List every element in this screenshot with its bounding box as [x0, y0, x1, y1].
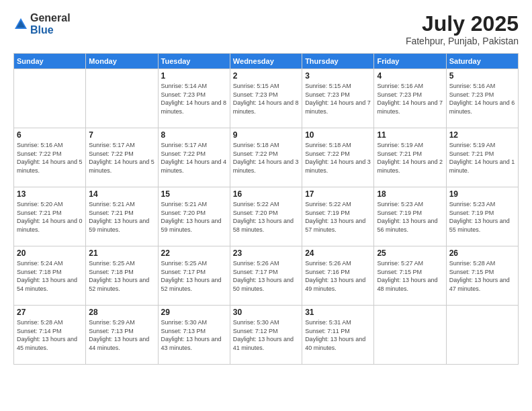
logo-icon — [13, 17, 28, 32]
day-number: 30 — [233, 308, 299, 317]
day-number: 19 — [449, 189, 515, 199]
day-info: Sunrise: 5:28 AM Sunset: 7:15 PM Dayligh… — [449, 259, 515, 293]
table-row: 6Sunrise: 5:16 AM Sunset: 7:22 PM Daylig… — [14, 128, 86, 187]
col-tuesday: Tuesday — [158, 54, 230, 69]
table-row: 13Sunrise: 5:20 AM Sunset: 7:21 PM Dayli… — [14, 187, 86, 246]
table-row: 4Sunrise: 5:16 AM Sunset: 7:23 PM Daylig… — [374, 69, 446, 128]
col-sunday: Sunday — [14, 54, 86, 69]
table-row: 21Sunrise: 5:25 AM Sunset: 7:18 PM Dayli… — [86, 246, 158, 306]
day-info: Sunrise: 5:25 AM Sunset: 7:18 PM Dayligh… — [89, 259, 154, 293]
day-info: Sunrise: 5:23 AM Sunset: 7:19 PM Dayligh… — [377, 200, 443, 234]
day-info: Sunrise: 5:27 AM Sunset: 7:15 PM Dayligh… — [377, 259, 443, 293]
table-row: 14Sunrise: 5:21 AM Sunset: 7:21 PM Dayli… — [86, 187, 158, 246]
day-info: Sunrise: 5:30 AM Sunset: 7:13 PM Dayligh… — [161, 318, 227, 352]
table-row: 17Sunrise: 5:22 AM Sunset: 7:19 PM Dayli… — [302, 187, 374, 246]
table-row: 30Sunrise: 5:30 AM Sunset: 7:12 PM Dayli… — [230, 306, 302, 365]
day-info: Sunrise: 5:29 AM Sunset: 7:13 PM Dayligh… — [89, 318, 154, 352]
day-number: 21 — [89, 248, 154, 258]
table-row: 8Sunrise: 5:17 AM Sunset: 7:22 PM Daylig… — [158, 128, 230, 187]
logo-blue: Blue — [30, 24, 71, 36]
day-number: 3 — [305, 71, 371, 81]
table-row — [86, 69, 158, 128]
table-row: 18Sunrise: 5:23 AM Sunset: 7:19 PM Dayli… — [374, 187, 446, 246]
day-info: Sunrise: 5:19 AM Sunset: 7:21 PM Dayligh… — [449, 141, 515, 175]
table-row: 5Sunrise: 5:16 AM Sunset: 7:23 PM Daylig… — [446, 69, 518, 128]
table-row: 3Sunrise: 5:15 AM Sunset: 7:23 PM Daylig… — [302, 69, 374, 128]
day-number: 25 — [377, 248, 443, 258]
calendar-table: Sunday Monday Tuesday Wednesday Thursday… — [13, 53, 519, 365]
day-number: 23 — [233, 248, 299, 258]
day-number: 7 — [89, 130, 154, 140]
logo-general: General — [30, 12, 71, 24]
day-info: Sunrise: 5:17 AM Sunset: 7:22 PM Dayligh… — [89, 141, 154, 175]
day-info: Sunrise: 5:30 AM Sunset: 7:12 PM Dayligh… — [233, 318, 299, 352]
table-row: 20Sunrise: 5:24 AM Sunset: 7:18 PM Dayli… — [14, 246, 86, 306]
table-row: 31Sunrise: 5:31 AM Sunset: 7:11 PM Dayli… — [302, 306, 374, 365]
day-number: 15 — [161, 189, 227, 199]
day-info: Sunrise: 5:15 AM Sunset: 7:23 PM Dayligh… — [305, 82, 371, 116]
month-title: July 2025 — [406, 12, 519, 36]
table-row: 26Sunrise: 5:28 AM Sunset: 7:15 PM Dayli… — [446, 246, 518, 306]
table-row: 15Sunrise: 5:21 AM Sunset: 7:20 PM Dayli… — [158, 187, 230, 246]
table-row: 24Sunrise: 5:26 AM Sunset: 7:16 PM Dayli… — [302, 246, 374, 306]
day-info: Sunrise: 5:28 AM Sunset: 7:14 PM Dayligh… — [17, 318, 83, 352]
day-info: Sunrise: 5:18 AM Sunset: 7:22 PM Dayligh… — [305, 141, 371, 175]
day-number: 28 — [89, 308, 154, 317]
col-wednesday: Wednesday — [230, 54, 302, 69]
location: Fatehpur, Punjab, Pakistan — [406, 36, 519, 46]
day-number: 24 — [305, 248, 371, 258]
day-number: 22 — [161, 248, 227, 258]
day-info: Sunrise: 5:16 AM Sunset: 7:23 PM Dayligh… — [449, 82, 515, 116]
table-row: 7Sunrise: 5:17 AM Sunset: 7:22 PM Daylig… — [86, 128, 158, 187]
table-row: 16Sunrise: 5:22 AM Sunset: 7:20 PM Dayli… — [230, 187, 302, 246]
table-row: 9Sunrise: 5:18 AM Sunset: 7:22 PM Daylig… — [230, 128, 302, 187]
day-number: 9 — [233, 130, 299, 140]
col-thursday: Thursday — [302, 54, 374, 69]
day-number: 14 — [89, 189, 154, 199]
day-number: 1 — [161, 71, 227, 81]
table-row: 11Sunrise: 5:19 AM Sunset: 7:21 PM Dayli… — [374, 128, 446, 187]
day-info: Sunrise: 5:21 AM Sunset: 7:21 PM Dayligh… — [89, 200, 154, 234]
day-info: Sunrise: 5:16 AM Sunset: 7:23 PM Dayligh… — [377, 82, 443, 116]
table-row: 1Sunrise: 5:14 AM Sunset: 7:23 PM Daylig… — [158, 69, 230, 128]
table-row: 29Sunrise: 5:30 AM Sunset: 7:13 PM Dayli… — [158, 306, 230, 365]
title-block: July 2025 Fatehpur, Punjab, Pakistan — [406, 12, 519, 46]
table-row: 19Sunrise: 5:23 AM Sunset: 7:19 PM Dayli… — [446, 187, 518, 246]
calendar-week-row: 1Sunrise: 5:14 AM Sunset: 7:23 PM Daylig… — [14, 69, 519, 128]
day-number: 4 — [377, 71, 443, 81]
table-row: 28Sunrise: 5:29 AM Sunset: 7:13 PM Dayli… — [86, 306, 158, 365]
day-info: Sunrise: 5:20 AM Sunset: 7:21 PM Dayligh… — [17, 200, 83, 234]
day-info: Sunrise: 5:22 AM Sunset: 7:20 PM Dayligh… — [233, 200, 299, 234]
logo: General Blue — [13, 12, 71, 36]
calendar-week-row: 13Sunrise: 5:20 AM Sunset: 7:21 PM Dayli… — [14, 187, 519, 246]
table-row: 27Sunrise: 5:28 AM Sunset: 7:14 PM Dayli… — [14, 306, 86, 365]
day-number: 16 — [233, 189, 299, 199]
day-info: Sunrise: 5:14 AM Sunset: 7:23 PM Dayligh… — [161, 82, 227, 116]
table-row — [14, 69, 86, 128]
table-row — [374, 306, 446, 365]
day-number: 10 — [305, 130, 371, 140]
calendar-header-row: Sunday Monday Tuesday Wednesday Thursday… — [14, 54, 519, 69]
day-info: Sunrise: 5:15 AM Sunset: 7:23 PM Dayligh… — [233, 82, 299, 116]
calendar-week-row: 27Sunrise: 5:28 AM Sunset: 7:14 PM Dayli… — [14, 306, 519, 365]
table-row: 23Sunrise: 5:26 AM Sunset: 7:17 PM Dayli… — [230, 246, 302, 306]
day-info: Sunrise: 5:24 AM Sunset: 7:18 PM Dayligh… — [17, 259, 83, 293]
header: General Blue July 2025 Fatehpur, Punjab,… — [13, 12, 519, 46]
day-info: Sunrise: 5:26 AM Sunset: 7:16 PM Dayligh… — [305, 259, 371, 293]
day-number: 12 — [449, 130, 515, 140]
day-info: Sunrise: 5:22 AM Sunset: 7:19 PM Dayligh… — [305, 200, 371, 234]
day-info: Sunrise: 5:17 AM Sunset: 7:22 PM Dayligh… — [161, 141, 227, 175]
col-friday: Friday — [374, 54, 446, 69]
calendar-week-row: 20Sunrise: 5:24 AM Sunset: 7:18 PM Dayli… — [14, 246, 519, 306]
table-row: 2Sunrise: 5:15 AM Sunset: 7:23 PM Daylig… — [230, 69, 302, 128]
col-saturday: Saturday — [446, 54, 518, 69]
table-row — [446, 306, 518, 365]
table-row: 25Sunrise: 5:27 AM Sunset: 7:15 PM Dayli… — [374, 246, 446, 306]
col-monday: Monday — [86, 54, 158, 69]
day-number: 26 — [449, 248, 515, 258]
day-number: 17 — [305, 189, 371, 199]
day-info: Sunrise: 5:25 AM Sunset: 7:17 PM Dayligh… — [161, 259, 227, 293]
table-row: 12Sunrise: 5:19 AM Sunset: 7:21 PM Dayli… — [446, 128, 518, 187]
table-row: 10Sunrise: 5:18 AM Sunset: 7:22 PM Dayli… — [302, 128, 374, 187]
day-number: 6 — [17, 130, 83, 140]
